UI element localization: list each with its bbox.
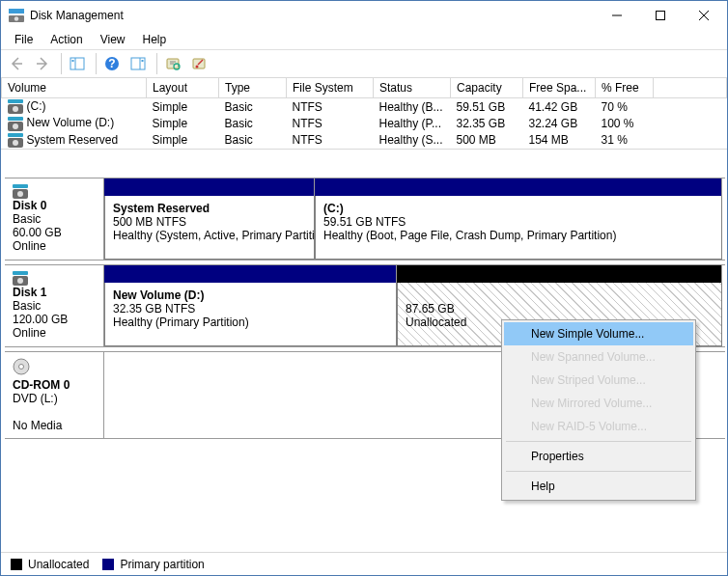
forward-button: [31, 52, 54, 75]
partition[interactable]: (C:) 59.51 GB NTFS Healthy (Boot, Page F…: [315, 196, 722, 260]
svg-point-2: [14, 16, 18, 20]
disk-header: Disk 0 Basic 60.00 GB Online: [5, 178, 104, 260]
col-layout[interactable]: Layout: [147, 78, 219, 98]
disk-size: 60.00 GB: [13, 226, 96, 239]
partition-title: System Reserved: [113, 202, 306, 215]
show-hide-action-pane-button[interactable]: [126, 52, 150, 75]
context-menu-item[interactable]: New Simple Volume...: [504, 322, 693, 345]
svg-point-18: [196, 66, 199, 69]
disk-management-icon: [9, 8, 24, 23]
context-menu-item: New Striped Volume...: [504, 369, 693, 392]
legend-primary: Primary partition: [120, 558, 204, 571]
back-button: [5, 52, 28, 75]
table-row[interactable]: New Volume (D:)SimpleBasicNTFSHealthy (P…: [2, 115, 727, 131]
disk-type: DVD (L:): [13, 392, 96, 405]
column-headers[interactable]: Volume Layout Type File System Status Ca…: [2, 78, 727, 98]
maximize-button[interactable]: [638, 2, 682, 30]
minimize-button[interactable]: [595, 2, 638, 30]
disk-name: Disk 0: [13, 199, 96, 212]
menu-action[interactable]: Action: [42, 32, 90, 47]
context-menu[interactable]: New Simple Volume...New Spanned Volume..…: [501, 319, 696, 501]
context-menu-item: New Spanned Volume...: [504, 345, 693, 369]
svg-rect-9: [72, 60, 74, 62]
legend: Unallocated Primary partition: [1, 552, 727, 575]
menu-help[interactable]: Help: [135, 32, 175, 47]
help-button[interactable]: ?: [100, 52, 124, 75]
partition-title: (C:): [323, 202, 714, 215]
partition[interactable]: New Volume (D:) 32.35 GB NTFS Healthy (P…: [104, 283, 397, 346]
partition-size: 87.65 GB: [406, 302, 714, 315]
disk-type: Basic: [13, 212, 96, 226]
svg-point-20: [19, 364, 24, 369]
svg-rect-4: [656, 12, 664, 20]
partition-status: Healthy (Primary Partition): [113, 315, 388, 329]
settings-button[interactable]: [187, 52, 210, 75]
partition-status: Healthy (Boot, Page File, Crash Dump, Pr…: [323, 229, 714, 242]
table-row[interactable]: (C:)SimpleBasicNTFSHealthy (B...59.51 GB…: [2, 98, 727, 116]
legend-swatch-primary: [102, 559, 114, 570]
col-freespace[interactable]: Free Spa...: [523, 78, 596, 98]
svg-rect-0: [9, 9, 24, 14]
close-button[interactable]: [682, 2, 725, 30]
svg-rect-7: [70, 58, 84, 69]
svg-text:?: ?: [108, 57, 115, 70]
disk-name: CD-ROM 0: [13, 378, 96, 392]
partition-size: 500 MB NTFS: [113, 215, 306, 229]
toolbar: ?: [1, 49, 727, 78]
menu-view[interactable]: View: [93, 32, 133, 47]
table-row[interactable]: System ReservedSimpleBasicNTFSHealthy (S…: [2, 132, 727, 149]
menubar: File Action View Help: [1, 30, 727, 49]
disk-header: CD-ROM 0 DVD (L:) No Media: [5, 352, 104, 438]
disk-size: 120.00 GB: [13, 313, 96, 326]
partition-size: 32.35 GB NTFS: [113, 302, 388, 315]
window-title: Disk Management: [30, 9, 595, 22]
volume-list[interactable]: Volume Layout Type File System Status Ca…: [1, 78, 727, 149]
menu-file[interactable]: File: [7, 32, 41, 47]
context-menu-item: New RAID-5 Volume...: [504, 415, 693, 438]
context-menu-item[interactable]: Help: [504, 475, 693, 498]
col-status[interactable]: Status: [374, 78, 451, 98]
show-hide-console-tree-button[interactable]: [66, 52, 89, 75]
partition[interactable]: System Reserved 500 MB NTFS Healthy (Sys…: [104, 196, 315, 260]
disk-panel[interactable]: Disk 0 Basic 60.00 GB Online System Rese…: [5, 178, 725, 261]
refresh-button[interactable]: [161, 52, 184, 75]
col-volume[interactable]: Volume: [2, 78, 147, 98]
cd-icon: [13, 358, 30, 375]
col-type[interactable]: Type: [219, 78, 287, 98]
hdd-icon: [13, 184, 96, 199]
context-menu-item: New Mirrored Volume...: [504, 392, 693, 415]
disk-type: Basic: [13, 299, 96, 313]
col-capacity[interactable]: Capacity: [451, 78, 523, 98]
context-menu-item[interactable]: Properties: [504, 445, 693, 468]
legend-swatch-unallocated: [11, 559, 22, 570]
window-controls: [595, 2, 725, 30]
disk-status: Online: [13, 326, 96, 340]
legend-unallocated: Unallocated: [28, 558, 89, 571]
partition-title: New Volume (D:): [113, 288, 388, 302]
svg-rect-14: [142, 60, 144, 62]
titlebar: Disk Management: [1, 1, 727, 30]
partition-size: 59.51 GB NTFS: [323, 215, 714, 229]
col-pctfree[interactable]: % Free: [596, 78, 654, 98]
partition-status: Healthy (System, Active, Primary Partiti…: [113, 229, 306, 242]
disk-status: No Media: [13, 419, 96, 432]
disk-name: Disk 1: [13, 286, 96, 299]
disk-header: Disk 1 Basic 120.00 GB Online: [5, 265, 104, 346]
svg-rect-12: [131, 58, 145, 69]
disk-status: Online: [13, 239, 96, 253]
hdd-icon: [13, 271, 96, 286]
col-filesystem[interactable]: File System: [287, 78, 374, 98]
